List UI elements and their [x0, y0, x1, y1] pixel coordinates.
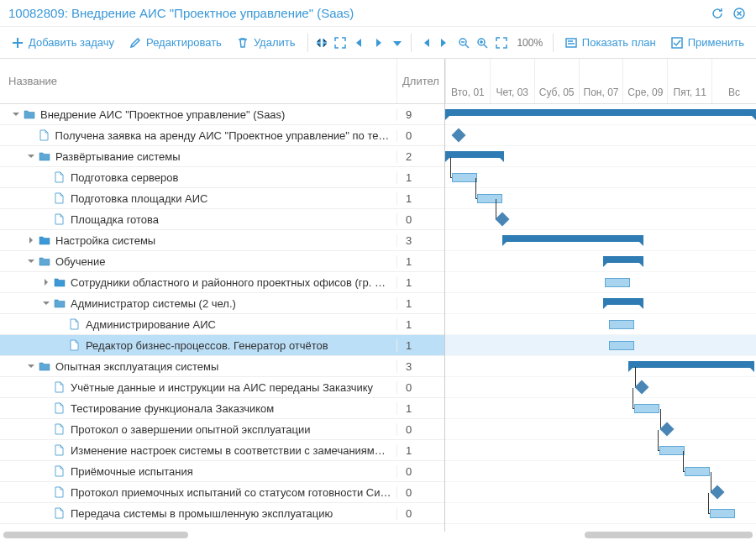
gantt-row[interactable]: [445, 461, 756, 482]
gantt-row[interactable]: [445, 335, 756, 356]
scroll-thumb-right[interactable]: [585, 532, 753, 538]
task-row[interactable]: Тестирование функционала Заказчиком1: [0, 398, 444, 419]
gantt-row[interactable]: [445, 377, 756, 398]
task-row[interactable]: Сотрудники областного и районного проект…: [0, 272, 444, 293]
milestone-marker[interactable]: [452, 128, 466, 143]
gantt-row[interactable]: [445, 398, 756, 419]
task-row[interactable]: Приёмочные испытания0: [0, 461, 444, 482]
gantt-row[interactable]: [445, 482, 756, 503]
task-duration: 1: [397, 297, 444, 310]
arrow-down-icon[interactable]: [389, 31, 407, 55]
gantt-row[interactable]: [445, 356, 756, 377]
timeline-day: Суб, 05: [534, 59, 579, 103]
arrow-right-icon[interactable]: [370, 31, 387, 55]
chart-icon: [565, 37, 577, 49]
summary-bar[interactable]: [502, 235, 643, 242]
edit-button[interactable]: Редактировать: [123, 31, 228, 55]
task-bar[interactable]: [609, 341, 634, 350]
milestone-marker[interactable]: [635, 380, 649, 395]
collapse-toggle[interactable]: [40, 297, 52, 309]
refresh-icon[interactable]: [709, 5, 726, 22]
gantt-row[interactable]: [445, 314, 756, 335]
task-row[interactable]: Внедрение АИС "Проектное управление" (Sa…: [0, 104, 444, 125]
gantt-row[interactable]: [445, 104, 756, 125]
task-name: Редактор бизнес-процессов. Генератор отч…: [86, 339, 328, 352]
gantt-row[interactable]: [445, 251, 756, 272]
expand-toggle[interactable]: [25, 234, 37, 246]
collapse-toggle[interactable]: [25, 360, 37, 372]
task-row[interactable]: Настройка системы3: [0, 230, 444, 251]
expand-icon[interactable]: [332, 31, 349, 55]
milestone-marker[interactable]: [711, 485, 725, 500]
summary-bar[interactable]: [603, 298, 643, 305]
separator: [553, 34, 554, 52]
zoom-out-icon[interactable]: [454, 31, 472, 55]
task-name: Обучение: [55, 255, 105, 268]
task-row[interactable]: Редактор бизнес-процессов. Генератор отч…: [0, 335, 444, 356]
gantt-chart[interactable]: [445, 104, 756, 524]
collapse-toggle[interactable]: [10, 108, 22, 120]
task-row[interactable]: Развёртывание системы2: [0, 146, 444, 167]
task-row[interactable]: Подготовка серверов1: [0, 167, 444, 188]
gantt-row[interactable]: [445, 503, 756, 524]
add-task-button[interactable]: Добавить задачу: [5, 31, 121, 55]
task-name: Администратор системы (2 чел.): [71, 297, 236, 310]
task-bar[interactable]: [477, 194, 502, 203]
collapse-toggle[interactable]: [25, 150, 37, 162]
show-plan-button[interactable]: Показать план: [559, 31, 663, 55]
summary-bar[interactable]: [445, 151, 504, 158]
gantt-row[interactable]: [445, 272, 756, 293]
task-bar[interactable]: [710, 509, 735, 518]
arrow-left-icon[interactable]: [351, 31, 369, 55]
summary-bar[interactable]: [603, 256, 643, 263]
task-row[interactable]: Передача системы в промышленную эксплуат…: [0, 503, 444, 524]
task-bar[interactable]: [605, 278, 630, 287]
gantt-row[interactable]: [445, 419, 756, 440]
task-row[interactable]: Подготовка площадки АИС1: [0, 188, 444, 209]
task-duration: 1: [397, 276, 444, 289]
task-bar[interactable]: [609, 320, 634, 329]
zoom-fit-icon[interactable]: [493, 31, 511, 55]
task-bar[interactable]: [659, 446, 685, 455]
task-bar[interactable]: [452, 173, 477, 182]
timeline-day: Пят, 11: [667, 59, 711, 103]
task-row[interactable]: Администратор системы (2 чел.)1: [0, 293, 444, 314]
task-row[interactable]: Изменение настроек системы в соответстви…: [0, 440, 444, 461]
col-duration[interactable]: Длител: [397, 59, 444, 103]
task-row[interactable]: Учётные данные и инструкции на АИС перед…: [0, 377, 444, 398]
task-row[interactable]: Площадка готова0: [0, 209, 444, 230]
task-row[interactable]: Протокол о завершении опытной эксплуатац…: [0, 419, 444, 440]
goto-end-icon[interactable]: [436, 31, 454, 55]
summary-bar[interactable]: [445, 109, 756, 116]
task-row[interactable]: Протокол приемочных испытаний со статусо…: [0, 482, 444, 503]
gantt-row[interactable]: [445, 146, 756, 167]
collapse-icon[interactable]: [312, 31, 330, 55]
milestone-marker[interactable]: [660, 422, 675, 437]
folder-icon: [39, 255, 50, 267]
collapse-toggle[interactable]: [25, 255, 37, 267]
apply-button[interactable]: Применить: [664, 31, 751, 55]
task-row[interactable]: Администрирование АИС1: [0, 314, 444, 335]
task-bar[interactable]: [634, 404, 659, 413]
gantt-row[interactable]: [445, 167, 756, 188]
gantt-row[interactable]: [445, 209, 756, 230]
zoom-in-icon[interactable]: [474, 31, 491, 55]
col-name[interactable]: Название: [0, 59, 397, 103]
task-row[interactable]: Получена заявка на аренду АИС "Проектное…: [0, 125, 444, 146]
task-tree[interactable]: Внедрение АИС "Проектное управление" (Sa…: [0, 104, 444, 532]
expand-toggle[interactable]: [40, 276, 52, 288]
gantt-row[interactable]: [445, 440, 756, 461]
task-row[interactable]: Обучение1: [0, 251, 444, 272]
task-bar[interactable]: [685, 467, 710, 476]
scroll-thumb-left[interactable]: [3, 532, 188, 538]
milestone-marker[interactable]: [496, 212, 510, 227]
delete-button[interactable]: Удалить: [230, 31, 302, 55]
gantt-row[interactable]: [445, 230, 756, 251]
summary-bar[interactable]: [628, 361, 754, 368]
gantt-row[interactable]: [445, 293, 756, 314]
close-icon[interactable]: [731, 5, 748, 22]
gantt-row[interactable]: [445, 188, 756, 209]
goto-start-icon[interactable]: [417, 31, 434, 55]
task-row[interactable]: Опытная эксплуатация системы3: [0, 356, 444, 377]
gantt-row[interactable]: [445, 125, 756, 146]
